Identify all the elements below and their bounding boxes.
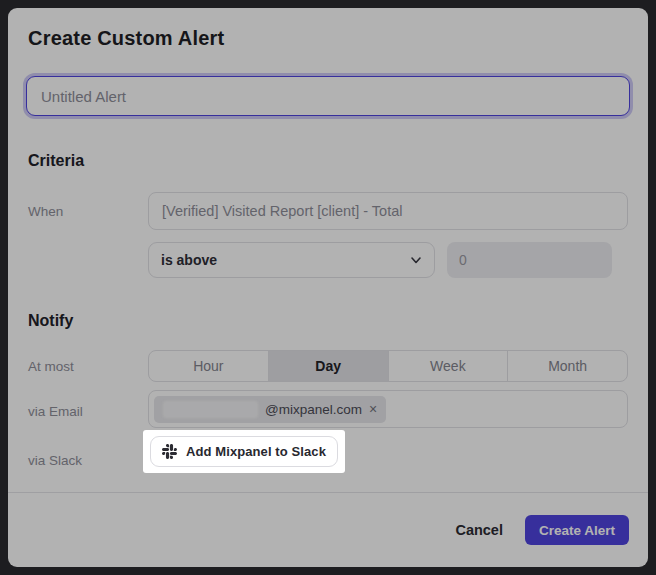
tour-dim-overlay <box>0 0 656 575</box>
slack-icon <box>162 444 177 459</box>
slack-button-label: Add Mixpanel to Slack <box>186 444 326 459</box>
add-mixpanel-to-slack-button[interactable]: Add Mixpanel to Slack <box>150 436 338 467</box>
slack-spotlight: Add Mixpanel to Slack <box>143 430 345 473</box>
page-background: Create Custom Alert Criteria When is abo… <box>0 0 656 575</box>
